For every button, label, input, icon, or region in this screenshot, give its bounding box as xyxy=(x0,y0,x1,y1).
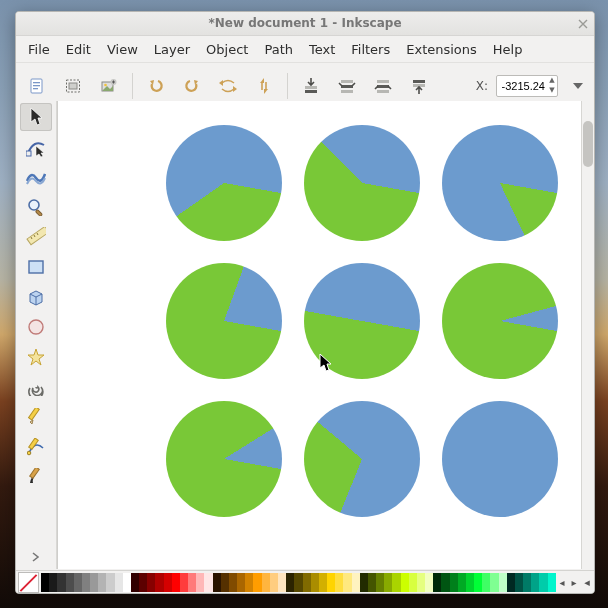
x-coordinate-input[interactable] xyxy=(497,80,547,92)
color-swatch[interactable] xyxy=(319,573,327,592)
color-swatch[interactable] xyxy=(515,573,523,592)
z-raise-button[interactable] xyxy=(368,71,398,101)
selector-tool[interactable] xyxy=(20,103,52,131)
color-swatch[interactable] xyxy=(270,573,278,592)
menu-path[interactable]: Path xyxy=(256,40,301,59)
pie-chart[interactable] xyxy=(166,125,282,241)
color-swatch[interactable] xyxy=(155,573,163,592)
color-swatch[interactable] xyxy=(245,573,253,592)
color-swatch[interactable] xyxy=(180,573,188,592)
color-swatch[interactable] xyxy=(229,573,237,592)
color-swatch[interactable] xyxy=(352,573,360,592)
scrollbar-thumb[interactable] xyxy=(583,121,593,167)
color-swatch[interactable] xyxy=(490,573,498,592)
calligraphy-tool[interactable] xyxy=(20,463,52,491)
ellipse-tool[interactable] xyxy=(20,313,52,341)
clone-button[interactable] xyxy=(249,71,279,101)
pie-chart[interactable] xyxy=(442,401,558,517)
units-dropdown[interactable] xyxy=(568,76,588,96)
pie-chart[interactable] xyxy=(442,263,558,379)
color-swatch[interactable] xyxy=(294,573,302,592)
undo-button[interactable] xyxy=(141,71,171,101)
zoom-tool[interactable] xyxy=(20,193,52,221)
menu-view[interactable]: View xyxy=(99,40,146,59)
x-coordinate-spinner[interactable]: ▲ ▼ xyxy=(496,75,558,97)
pie-chart[interactable] xyxy=(166,401,282,517)
color-swatch[interactable] xyxy=(441,573,449,592)
pencil-tool[interactable] xyxy=(20,403,52,431)
spiral-tool[interactable] xyxy=(20,373,52,401)
color-swatch[interactable] xyxy=(213,573,221,592)
color-swatch[interactable] xyxy=(368,573,376,592)
color-swatch[interactable] xyxy=(98,573,106,592)
menu-file[interactable]: File xyxy=(20,40,58,59)
color-swatch[interactable] xyxy=(507,573,515,592)
toolbox-more-button[interactable] xyxy=(32,545,40,569)
color-swatch[interactable] xyxy=(237,573,245,592)
measure-tool[interactable] xyxy=(20,223,52,251)
swatch-scroll-left[interactable]: ◂ xyxy=(556,577,568,588)
color-swatch[interactable] xyxy=(384,573,392,592)
color-swatch[interactable] xyxy=(376,573,384,592)
color-swatch[interactable] xyxy=(172,573,180,592)
menu-help[interactable]: Help xyxy=(485,40,531,59)
box3d-tool[interactable] xyxy=(20,283,52,311)
undo-history-button[interactable] xyxy=(213,71,243,101)
menu-object[interactable]: Object xyxy=(198,40,256,59)
new-document-button[interactable] xyxy=(22,71,52,101)
color-swatch[interactable] xyxy=(450,573,458,592)
canvas[interactable] xyxy=(58,101,592,567)
color-swatch[interactable] xyxy=(278,573,286,592)
color-swatch[interactable] xyxy=(139,573,147,592)
color-swatch[interactable] xyxy=(147,573,155,592)
z-lower-button[interactable] xyxy=(332,71,362,101)
vertical-scrollbar[interactable] xyxy=(581,101,594,569)
swatch-menu-button[interactable]: ◂ xyxy=(580,576,594,589)
pie-chart[interactable] xyxy=(304,263,420,379)
menu-text[interactable]: Text xyxy=(301,40,343,59)
z-raise-top-button[interactable] xyxy=(404,71,434,101)
color-swatch[interactable] xyxy=(482,573,490,592)
pie-chart[interactable] xyxy=(304,401,420,517)
color-swatch[interactable] xyxy=(343,573,351,592)
spin-down-icon[interactable]: ▼ xyxy=(547,86,557,96)
menu-layer[interactable]: Layer xyxy=(146,40,198,59)
node-tool[interactable] xyxy=(20,133,52,161)
open-button[interactable] xyxy=(58,71,88,101)
redo-button[interactable] xyxy=(177,71,207,101)
star-tool[interactable] xyxy=(20,343,52,371)
color-swatch[interactable] xyxy=(262,573,270,592)
color-swatch[interactable] xyxy=(539,573,547,592)
tweak-tool[interactable] xyxy=(20,163,52,191)
color-swatch[interactable] xyxy=(123,573,131,592)
color-swatch[interactable] xyxy=(335,573,343,592)
bezier-tool[interactable] xyxy=(20,433,52,461)
pie-chart[interactable] xyxy=(304,125,420,241)
color-swatch[interactable] xyxy=(49,573,57,592)
color-swatch[interactable] xyxy=(74,573,82,592)
color-swatch[interactable] xyxy=(401,573,409,592)
menu-edit[interactable]: Edit xyxy=(58,40,99,59)
pie-chart[interactable] xyxy=(166,263,282,379)
color-swatch[interactable] xyxy=(523,573,531,592)
rectangle-tool[interactable] xyxy=(20,253,52,281)
color-swatch[interactable] xyxy=(253,573,261,592)
color-swatch[interactable] xyxy=(57,573,65,592)
color-swatch[interactable] xyxy=(164,573,172,592)
swatch-scroll-right[interactable]: ▸ xyxy=(568,577,580,588)
color-swatch[interactable] xyxy=(433,573,441,592)
color-swatch[interactable] xyxy=(466,573,474,592)
z-lower-bottom-button[interactable] xyxy=(296,71,326,101)
import-button[interactable] xyxy=(94,71,124,101)
color-swatch[interactable] xyxy=(82,573,90,592)
color-swatch[interactable] xyxy=(548,573,556,592)
color-swatch[interactable] xyxy=(417,573,425,592)
color-swatch[interactable] xyxy=(409,573,417,592)
menu-extensions[interactable]: Extensions xyxy=(398,40,485,59)
color-swatch[interactable] xyxy=(499,573,507,592)
pie-chart[interactable] xyxy=(442,125,558,241)
canvas-area[interactable] xyxy=(57,101,594,569)
color-swatch[interactable] xyxy=(360,573,368,592)
color-swatch[interactable] xyxy=(392,573,400,592)
spin-up-icon[interactable]: ▲ xyxy=(547,76,557,86)
